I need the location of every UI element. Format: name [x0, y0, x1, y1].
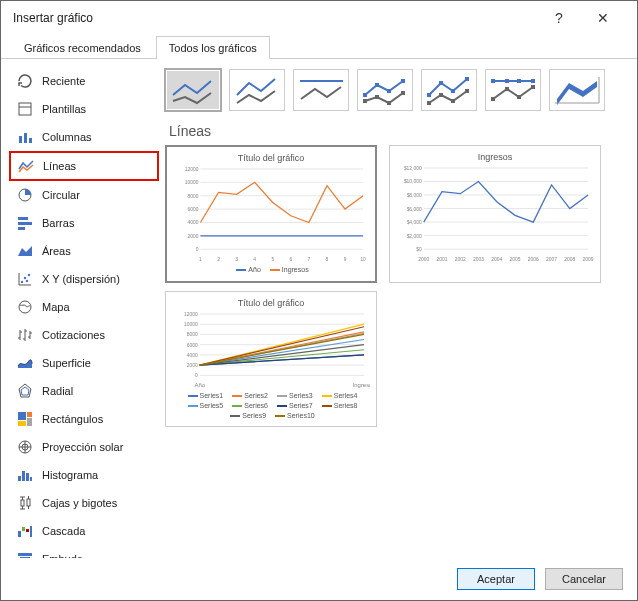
svg-text:2000: 2000 [418, 257, 429, 262]
svg-text:2006: 2006 [528, 257, 539, 262]
sidebar-item-xy[interactable]: X Y (dispersión) [9, 265, 159, 293]
svg-rect-3 [29, 138, 32, 143]
svg-rect-55 [517, 79, 521, 83]
svg-rect-53 [491, 79, 495, 83]
titlebar: Insertar gráfico ? ✕ [1, 1, 637, 35]
bars-icon [16, 214, 34, 232]
svg-rect-16 [27, 412, 32, 417]
svg-text:7: 7 [308, 257, 311, 262]
sidebar-item-label: Reciente [42, 75, 85, 87]
accept-button[interactable]: Aceptar [457, 568, 535, 590]
sidebar-item-bars[interactable]: Barras [9, 209, 159, 237]
tab-all[interactable]: Todos los gráficos [156, 36, 270, 59]
svg-text:2000: 2000 [188, 234, 199, 239]
preview-2-plot: $0$2,000$4,000$6,000$8,000$10,000$12,000… [396, 164, 594, 263]
svg-rect-31 [18, 553, 32, 556]
svg-text:12000: 12000 [185, 167, 199, 172]
sidebar-item-radar[interactable]: Radial [9, 377, 159, 405]
svg-text:10000: 10000 [184, 322, 198, 327]
sidebar-item-water[interactable]: Cascada [9, 517, 159, 545]
sidebar-item-label: Columnas [42, 131, 92, 143]
surface-icon [16, 354, 34, 372]
preview-3-legend: Series1Series2Series3Series4Series5Serie… [172, 391, 370, 420]
svg-rect-5 [18, 217, 28, 220]
subtype-100stacked-line[interactable] [293, 69, 349, 111]
svg-rect-0 [19, 103, 31, 115]
hist-icon [16, 466, 34, 484]
svg-rect-23 [26, 473, 29, 481]
svg-rect-59 [517, 95, 521, 99]
sidebar-item-label: Histograma [42, 469, 98, 481]
svg-text:$10,000: $10,000 [404, 179, 422, 184]
svg-rect-49 [427, 101, 431, 105]
subtype-100stacked-line-markers[interactable] [485, 69, 541, 111]
preview-chart-1[interactable]: Título del gráfico 020004000600080001000… [165, 145, 377, 283]
sidebar-item-label: Proyección solar [42, 441, 123, 453]
svg-text:2003: 2003 [473, 257, 484, 262]
sidebar-item-map[interactable]: Mapa [9, 293, 159, 321]
sidebar-item-stock[interactable]: Cotizaciones [9, 321, 159, 349]
svg-text:2002: 2002 [455, 257, 466, 262]
svg-text:$6,000: $6,000 [407, 207, 422, 212]
svg-rect-21 [18, 476, 21, 481]
section-title: Líneas [165, 121, 629, 145]
sidebar-item-columns[interactable]: Columnas [9, 123, 159, 151]
columns-icon [16, 128, 34, 146]
svg-text:1: 1 [199, 257, 202, 262]
svg-rect-54 [505, 79, 509, 83]
sidebar-item-surface[interactable]: Superficie [9, 349, 159, 377]
close-button[interactable]: ✕ [581, 10, 625, 26]
cancel-button[interactable]: Cancelar [545, 568, 623, 590]
svg-rect-38 [375, 83, 379, 87]
sidebar-item-box[interactable]: Cajas y bigotes [9, 489, 159, 517]
svg-text:4000: 4000 [187, 353, 198, 358]
sidebar-item-hist[interactable]: Histograma [9, 461, 159, 489]
svg-rect-45 [427, 93, 431, 97]
svg-text:0: 0 [195, 373, 198, 378]
svg-text:8000: 8000 [187, 332, 198, 337]
tab-recommended[interactable]: Gráficos recomendados [11, 36, 154, 59]
subtype-stacked-line-markers[interactable] [421, 69, 477, 111]
svg-text:$4,000: $4,000 [407, 220, 422, 225]
subtype-3d-line[interactable] [549, 69, 605, 111]
sidebar-item-recent[interactable]: Reciente [9, 67, 159, 95]
sidebar-item-label: Áreas [42, 245, 71, 257]
svg-rect-37 [363, 93, 367, 97]
subtype-line[interactable] [165, 69, 221, 111]
svg-text:$8,000: $8,000 [407, 193, 422, 198]
svg-rect-60 [531, 85, 535, 89]
help-button[interactable]: ? [537, 10, 581, 26]
pie-icon [16, 186, 34, 204]
svg-rect-50 [439, 93, 443, 97]
funnel-icon [16, 550, 34, 558]
sidebar-item-areas[interactable]: Áreas [9, 237, 159, 265]
preview-chart-2[interactable]: Ingresos $0$2,000$4,000$6,000$8,000$10,0… [389, 145, 601, 283]
sidebar-item-templates[interactable]: Plantillas [9, 95, 159, 123]
subtype-line-markers[interactable] [357, 69, 413, 111]
preview-2-title: Ingresos [396, 152, 594, 162]
svg-point-11 [26, 280, 28, 282]
svg-rect-42 [375, 95, 379, 99]
sidebar-item-funnel[interactable]: Embudo [9, 545, 159, 558]
preview-chart-3[interactable]: Título del gráfico 020004000600080001000… [165, 291, 377, 428]
svg-rect-25 [21, 500, 24, 506]
svg-point-9 [24, 277, 26, 279]
sidebar-item-lines[interactable]: Líneas [9, 151, 159, 181]
svg-rect-57 [491, 97, 495, 101]
subtype-stacked-line[interactable] [229, 69, 285, 111]
sidebar-item-sun[interactable]: Proyección solar [9, 433, 159, 461]
footer: Aceptar Cancelar [1, 558, 637, 600]
svg-text:2: 2 [217, 257, 220, 262]
line-subtype-row [165, 67, 629, 121]
svg-text:4000: 4000 [188, 220, 199, 225]
preview-1-title: Título del gráfico [173, 153, 369, 163]
svg-text:8000: 8000 [188, 194, 199, 199]
svg-text:6000: 6000 [187, 342, 198, 347]
svg-text:2009: 2009 [583, 257, 594, 262]
svg-rect-39 [387, 89, 391, 93]
sidebar-item-pie[interactable]: Circular [9, 181, 159, 209]
svg-text:3: 3 [235, 257, 238, 262]
tree-icon [16, 410, 34, 428]
sidebar-item-tree[interactable]: Rectángulos [9, 405, 159, 433]
svg-text:Año: Año [194, 382, 205, 388]
